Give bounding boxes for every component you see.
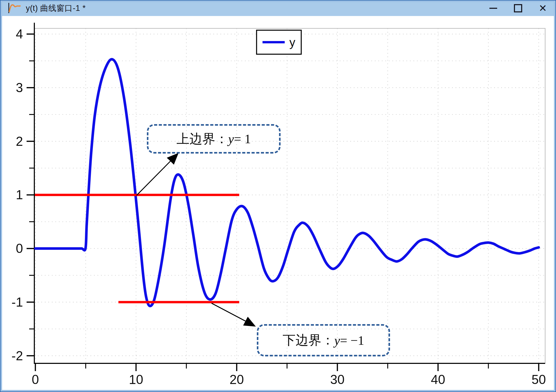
y-tick-label: -2 (12, 349, 23, 363)
y-tick-label: 2 (16, 134, 23, 149)
legend-line-sample (263, 41, 285, 43)
curve-y (35, 59, 539, 306)
legend-series-label: y (289, 35, 295, 49)
y-tick-label: 4 (16, 27, 23, 41)
curve-window: y(t) 曲线窗口-1 * ✕ 01020304050-2-101234 (0, 0, 556, 392)
lower-arrow (212, 303, 254, 326)
close-button[interactable]: ✕ (535, 2, 551, 15)
minimize-button[interactable] (485, 2, 501, 15)
close-icon: ✕ (539, 3, 547, 13)
x-tick-label: 20 (229, 372, 244, 387)
y-tick-label: 3 (16, 81, 23, 95)
window-title: y(t) 曲线窗口-1 * (26, 3, 86, 14)
maximize-button[interactable] (510, 2, 526, 15)
annotation-lower-eq: = −1 (340, 333, 364, 348)
x-tick-label: 0 (32, 372, 39, 387)
title-bar[interactable]: y(t) 曲线窗口-1 * ✕ (1, 1, 555, 16)
annotation-upper-label: 上边界： (177, 130, 228, 148)
plot-frame (34, 23, 545, 363)
annotation-upper-var: y (228, 131, 234, 146)
y-tick-label: -1 (12, 295, 23, 309)
annotation-lower-bound[interactable]: 下边界：y = −1 (257, 324, 390, 356)
x-tick-label: 30 (330, 372, 345, 387)
annotation-lower-var: y (334, 333, 340, 348)
minimize-icon (489, 8, 497, 9)
x-tick-label: 40 (431, 372, 445, 387)
x-tick-label: 50 (531, 372, 546, 387)
y-tick-label: 0 (16, 241, 23, 256)
y-tick-label: 1 (16, 188, 23, 202)
window-controls: ✕ (485, 1, 551, 16)
x-tick-label: 10 (129, 372, 143, 387)
maximize-icon (514, 4, 522, 12)
annotation-upper-bound[interactable]: 上边界：y = 1 (147, 124, 281, 154)
curve-chart-icon (7, 2, 22, 14)
annotation-upper-eq: = 1 (234, 131, 251, 146)
legend[interactable]: y (256, 30, 302, 55)
series-curve-y[interactable] (35, 59, 539, 306)
annotation-lower-label: 下边界： (283, 332, 334, 349)
